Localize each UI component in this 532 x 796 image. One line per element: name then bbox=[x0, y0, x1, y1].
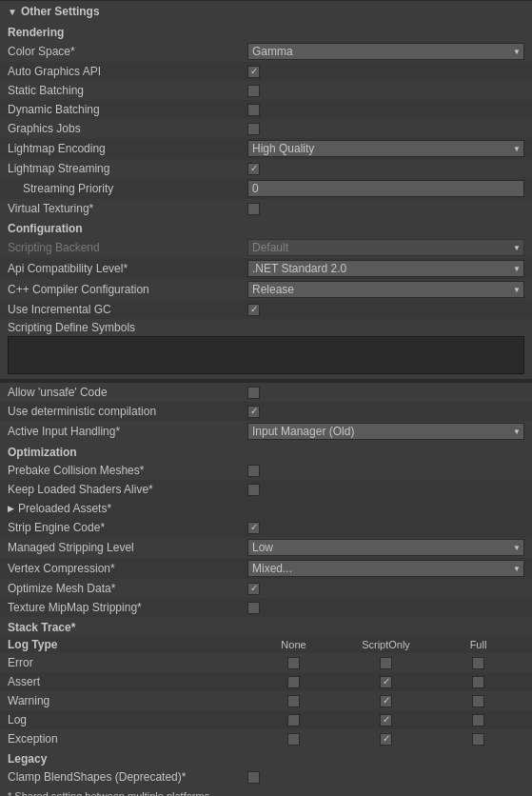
keep-loaded-shaders-row: Keep Loaded Shaders Alive* bbox=[0, 480, 532, 499]
other-settings-header[interactable]: ▼ Other Settings bbox=[0, 0, 532, 22]
virtual-texturing-row: Virtual Texturing* bbox=[0, 199, 532, 218]
texture-mipmap-stripping-value bbox=[247, 602, 524, 614]
cpp-compiler-row: C++ Compiler Configuration Release Debug… bbox=[0, 279, 532, 300]
auto-graphics-api-checkbox[interactable] bbox=[247, 66, 260, 78]
active-input-handling-value: Input Manager (Old) Input System Package… bbox=[247, 423, 524, 440]
stack-trace-error-none-checkbox[interactable] bbox=[287, 657, 300, 669]
texture-mipmap-stripping-checkbox[interactable] bbox=[247, 602, 260, 614]
virtual-texturing-value bbox=[247, 203, 524, 215]
api-compatibility-value: .NET Standard 2.0 .NET 4.x bbox=[247, 260, 524, 277]
color-space-label: Color Space* bbox=[8, 45, 247, 58]
cpp-compiler-dropdown[interactable]: Release Debug Master bbox=[247, 281, 524, 298]
static-batching-checkbox[interactable] bbox=[247, 85, 260, 97]
deterministic-compilation-checkbox[interactable] bbox=[247, 406, 260, 418]
dynamic-batching-row: Dynamic Batching bbox=[0, 100, 532, 119]
lightmap-encoding-dropdown[interactable]: High Quality Normal Quality Low Quality bbox=[247, 140, 524, 157]
graphics-jobs-label: Graphics Jobs bbox=[8, 122, 247, 135]
api-compatibility-row: Api Compatibility Level* .NET Standard 2… bbox=[0, 258, 532, 279]
api-compatibility-dropdown[interactable]: .NET Standard 2.0 .NET 4.x bbox=[247, 260, 524, 277]
static-batching-row: Static Batching bbox=[0, 81, 532, 100]
stack-trace-warning-scriptonly-cell bbox=[340, 695, 432, 707]
scripting-define-symbols-input[interactable] bbox=[8, 336, 524, 374]
prebake-collision-checkbox[interactable] bbox=[247, 465, 260, 477]
stack-trace-assert-scriptonly-checkbox[interactable] bbox=[380, 676, 392, 688]
collapse-triangle-icon: ▼ bbox=[8, 7, 17, 17]
stack-trace-warning-none-checkbox[interactable] bbox=[287, 695, 300, 707]
clamp-blendshapes-checkbox[interactable] bbox=[247, 771, 260, 784]
keep-loaded-shaders-value bbox=[247, 484, 524, 496]
deterministic-compilation-label: Use deterministic compilation bbox=[8, 405, 247, 418]
auto-graphics-api-label: Auto Graphics API bbox=[8, 65, 247, 78]
graphics-jobs-checkbox[interactable] bbox=[247, 123, 260, 135]
lightmap-streaming-checkbox[interactable] bbox=[247, 163, 260, 175]
stack-trace-warning-full-cell bbox=[432, 695, 524, 707]
vertex-compression-dropdown[interactable]: Mixed... Everything Nothing bbox=[247, 560, 524, 577]
allow-unsafe-code-checkbox[interactable] bbox=[247, 387, 260, 399]
scripting-backend-row: Scripting Backend Default Mono IL2CPP bbox=[0, 237, 532, 258]
managed-stripping-value: Low Medium High Disabled bbox=[247, 539, 524, 556]
stack-trace-error-scriptonly-checkbox[interactable] bbox=[380, 657, 392, 669]
stack-trace-warning-scriptonly-checkbox[interactable] bbox=[380, 695, 392, 707]
static-batching-value bbox=[247, 85, 524, 97]
stack-trace-warning-none-cell bbox=[247, 695, 340, 707]
managed-stripping-dropdown-wrapper: Low Medium High Disabled bbox=[247, 539, 524, 556]
streaming-priority-row: Streaming Priority bbox=[0, 178, 532, 199]
configuration-header: Configuration bbox=[0, 218, 532, 237]
stack-trace-assert-full-checkbox[interactable] bbox=[472, 676, 484, 688]
color-space-row: Color Space* Gamma Linear bbox=[0, 41, 532, 62]
texture-mipmap-stripping-label: Texture MipMap Stripping* bbox=[8, 601, 247, 614]
rendering-header: Rendering bbox=[0, 22, 532, 41]
stack-trace-exception-scriptonly-checkbox[interactable] bbox=[380, 733, 392, 746]
stack-trace-log-full-checkbox[interactable] bbox=[472, 714, 484, 726]
preloaded-assets-label[interactable]: ▶ Preloaded Assets* bbox=[8, 502, 247, 515]
section-title: Other Settings bbox=[21, 5, 100, 18]
streaming-priority-input[interactable] bbox=[247, 180, 524, 197]
virtual-texturing-checkbox[interactable] bbox=[247, 203, 260, 215]
use-incremental-gc-row: Use Incremental GC bbox=[0, 300, 532, 319]
active-input-handling-row: Active Input Handling* Input Manager (Ol… bbox=[0, 421, 532, 442]
scripting-backend-dropdown[interactable]: Default Mono IL2CPP bbox=[247, 239, 524, 256]
stack-trace-assert-none-cell bbox=[247, 676, 340, 688]
stack-trace-log-none-checkbox[interactable] bbox=[287, 714, 300, 726]
clamp-blendshapes-value bbox=[247, 771, 524, 784]
settings-container: ▼ Other Settings Rendering Color Space* … bbox=[0, 0, 532, 796]
stack-col-none: None bbox=[247, 639, 340, 650]
stack-trace-exception-full-checkbox[interactable] bbox=[472, 733, 484, 746]
stack-trace-assert-scriptonly-cell bbox=[340, 676, 432, 688]
scripting-define-symbols-row: Scripting Define Symbols bbox=[0, 319, 532, 379]
deterministic-compilation-value bbox=[247, 406, 524, 418]
color-space-dropdown[interactable]: Gamma Linear bbox=[247, 43, 524, 60]
stack-trace-error-scriptonly-cell bbox=[340, 657, 432, 669]
optimize-mesh-data-checkbox[interactable] bbox=[247, 583, 260, 595]
stack-trace-log-none-cell bbox=[247, 714, 340, 726]
cpp-compiler-label: C++ Compiler Configuration bbox=[8, 283, 247, 296]
clamp-blendshapes-row: Clamp BlendShapes (Deprecated)* bbox=[0, 767, 532, 786]
scripting-define-symbols-label: Scripting Define Symbols bbox=[8, 321, 524, 336]
lightmap-streaming-label: Lightmap Streaming bbox=[8, 162, 247, 175]
legacy-header: Legacy bbox=[0, 748, 532, 767]
stack-trace-exception-none-checkbox[interactable] bbox=[287, 733, 300, 746]
preloaded-assets-row: ▶ Preloaded Assets* bbox=[0, 499, 532, 518]
active-input-handling-dropdown[interactable]: Input Manager (Old) Input System Package… bbox=[247, 423, 524, 440]
stack-trace-assert-none-checkbox[interactable] bbox=[287, 676, 300, 688]
auto-graphics-api-row: Auto Graphics API bbox=[0, 62, 532, 81]
use-incremental-gc-checkbox[interactable] bbox=[247, 304, 260, 316]
stack-trace-error-checks bbox=[247, 657, 524, 669]
active-input-handling-dropdown-wrapper: Input Manager (Old) Input System Package… bbox=[247, 423, 524, 440]
stack-trace-error-full-checkbox[interactable] bbox=[472, 657, 484, 669]
dynamic-batching-label: Dynamic Batching bbox=[8, 103, 247, 116]
dynamic-batching-value bbox=[247, 104, 524, 116]
strip-engine-code-value bbox=[247, 522, 524, 534]
strip-engine-code-checkbox[interactable] bbox=[247, 522, 260, 534]
managed-stripping-dropdown[interactable]: Low Medium High Disabled bbox=[247, 539, 524, 556]
keep-loaded-shaders-checkbox[interactable] bbox=[247, 484, 260, 496]
stack-trace-warning-full-checkbox[interactable] bbox=[472, 695, 484, 707]
lightmap-streaming-value bbox=[247, 163, 524, 175]
stack-trace-log-scriptonly-checkbox[interactable] bbox=[380, 714, 392, 726]
scripting-backend-dropdown-wrapper: Default Mono IL2CPP bbox=[247, 239, 524, 256]
use-incremental-gc-value bbox=[247, 304, 524, 316]
dynamic-batching-checkbox[interactable] bbox=[247, 104, 260, 116]
auto-graphics-api-value bbox=[247, 66, 524, 78]
allow-unsafe-code-row: Allow 'unsafe' Code bbox=[0, 383, 532, 402]
scripting-backend-label: Scripting Backend bbox=[8, 241, 247, 254]
